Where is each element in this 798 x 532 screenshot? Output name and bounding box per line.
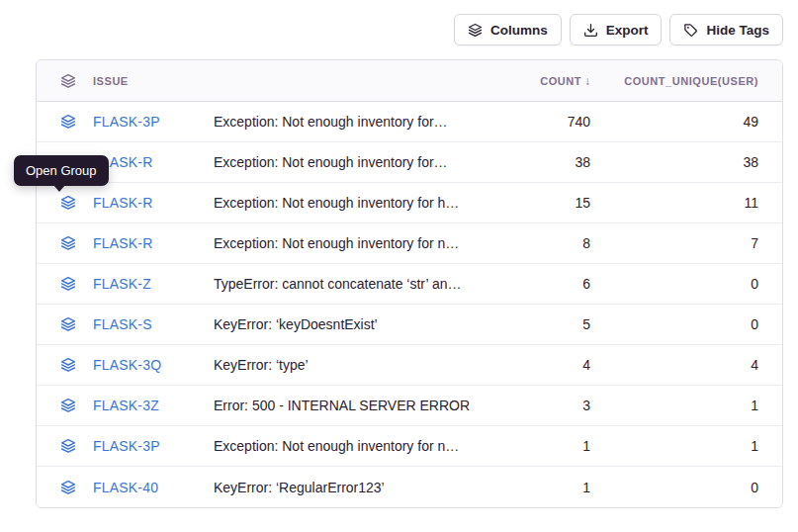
- issue-title: Error: 500 - INTERNAL SERVER ERROR: [214, 398, 472, 413]
- count-value: 15: [472, 195, 590, 211]
- count-unique-value: 0: [590, 316, 758, 332]
- count-value: 38: [472, 154, 590, 170]
- table-row[interactable]: FLASK-3P Exception: Not enough inventory…: [37, 426, 782, 467]
- table-row[interactable]: FLASK-3Z Error: 500 - INTERNAL SERVER ER…: [37, 386, 782, 426]
- issue-title: KeyError: ‘RegularError123’: [214, 480, 472, 495]
- issue-id-link[interactable]: FLASK-3P: [93, 114, 160, 130]
- export-button[interactable]: Export: [570, 14, 663, 45]
- issue-title: KeyError: ‘type’: [214, 357, 472, 373]
- issue-title: KeyError: ‘keyDoesntExist’: [214, 316, 472, 332]
- issue-cell: FLASK-3Q: [60, 357, 214, 373]
- issue-title: Exception: Not enough inventory for…: [214, 114, 472, 130]
- issue-group-icon[interactable]: [60, 480, 76, 495]
- issue-title: Exception: Not enough inventory for…: [214, 154, 472, 170]
- toolbar: Columns Export Hide Tags: [454, 14, 783, 45]
- count-value: 6: [472, 276, 590, 292]
- issue-header-label: ISSUE: [93, 75, 129, 87]
- open-group-tooltip-label: Open Group: [26, 163, 97, 178]
- table-row[interactable]: FLASK-R Exception: Not enough inventory …: [37, 183, 782, 223]
- issue-id-link[interactable]: FLASK-Z: [93, 276, 151, 292]
- issue-group-icon[interactable]: [60, 357, 76, 373]
- issue-cell: FLASK-S: [60, 316, 214, 332]
- issue-group-icon[interactable]: [60, 195, 76, 211]
- count-unique-value: 49: [590, 114, 758, 130]
- count-unique-value: 4: [590, 357, 758, 373]
- count-value: 5: [472, 316, 590, 332]
- hide-tags-button-label: Hide Tags: [706, 23, 769, 38]
- hide-tags-button[interactable]: Hide Tags: [669, 14, 783, 45]
- issue-cell: FLASK-Z: [60, 276, 214, 292]
- table-row[interactable]: FLASK-3Q KeyError: ‘type’ 4 4: [37, 345, 782, 386]
- table-row[interactable]: FLASK-40 KeyError: ‘RegularError123’ 1 0: [37, 467, 782, 507]
- count-unique-value: 0: [590, 480, 758, 495]
- tag-icon: [683, 23, 698, 38]
- count-unique-value: 1: [590, 438, 758, 454]
- count-unique-value: 11: [590, 195, 758, 211]
- count-unique-value: 0: [590, 276, 758, 292]
- issue-cell: FLASK-R: [60, 235, 214, 251]
- count-value: 740: [472, 114, 590, 130]
- count-unique-value: 7: [590, 235, 758, 251]
- issue-id-link[interactable]: FLASK-S: [93, 316, 152, 332]
- issue-group-icon[interactable]: [60, 316, 76, 332]
- download-icon: [583, 23, 598, 38]
- issue-id-link[interactable]: FLASK-3Z: [93, 398, 159, 413]
- issue-cell: FLASK-3P: [60, 114, 214, 130]
- issue-cell: FLASK-R: [60, 195, 214, 211]
- issue-group-icon[interactable]: [60, 114, 76, 130]
- issue-title: Exception: Not enough inventory for h…: [214, 195, 472, 211]
- count-unique-column-header[interactable]: COUNT_UNIQUE(USER): [590, 75, 758, 87]
- count-column-header[interactable]: COUNT↓: [472, 74, 590, 88]
- results-table: ISSUE COUNT↓ COUNT_UNIQUE(USER) FLASK-3P…: [36, 59, 783, 508]
- issue-group-icon[interactable]: [60, 398, 76, 413]
- issue-id-link[interactable]: FLASK-R: [93, 235, 153, 251]
- issue-title: TypeError: cannot concatenate ‘str’ an…: [214, 276, 472, 292]
- issue-cell: FLASK-3P: [60, 438, 214, 454]
- issue-id-link[interactable]: FLASK-40: [93, 480, 158, 495]
- issue-group-icon[interactable]: [60, 276, 76, 292]
- count-value: 4: [472, 357, 590, 373]
- count-value: 3: [472, 398, 590, 413]
- issue-cell: FLASK-40: [60, 480, 214, 495]
- issue-id-link[interactable]: FLASK-3P: [93, 438, 160, 454]
- issue-group-icon[interactable]: [60, 438, 76, 454]
- open-group-tooltip: Open Group: [14, 155, 109, 186]
- table-header-row: ISSUE COUNT↓ COUNT_UNIQUE(USER): [37, 60, 782, 102]
- export-button-label: Export: [606, 23, 649, 38]
- issue-column-header[interactable]: ISSUE: [60, 73, 214, 89]
- issue-id-link[interactable]: FLASK-3Q: [93, 357, 161, 373]
- issue-layers-icon: [60, 73, 76, 89]
- columns-icon: [468, 23, 483, 38]
- count-value: 8: [472, 235, 590, 251]
- table-row[interactable]: FLASK-3P Exception: Not enough inventory…: [37, 102, 782, 142]
- table-row[interactable]: FLASK-R Exception: Not enough inventory …: [37, 142, 782, 183]
- columns-button[interactable]: Columns: [454, 14, 562, 45]
- issue-id-link[interactable]: FLASK-R: [93, 195, 153, 211]
- count-unique-value: 38: [590, 154, 758, 170]
- count-unique-value: 1: [590, 398, 758, 413]
- issue-title: Exception: Not enough inventory for n…: [214, 438, 472, 454]
- issue-title: Exception: Not enough inventory for n…: [214, 235, 472, 251]
- discover-results-page: Columns Export Hide Tags: [0, 0, 798, 532]
- issue-group-icon[interactable]: [60, 235, 76, 251]
- issue-cell: FLASK-3Z: [60, 398, 214, 413]
- count-value: 1: [472, 438, 590, 454]
- table-row[interactable]: FLASK-S KeyError: ‘keyDoesntExist’ 5 0: [37, 305, 782, 345]
- columns-button-label: Columns: [490, 23, 548, 38]
- table-row[interactable]: FLASK-Z TypeError: cannot concatenate ‘s…: [37, 264, 782, 305]
- table-row[interactable]: FLASK-R Exception: Not enough inventory …: [37, 223, 782, 264]
- count-value: 1: [472, 480, 590, 495]
- count-header-label: COUNT: [540, 75, 581, 87]
